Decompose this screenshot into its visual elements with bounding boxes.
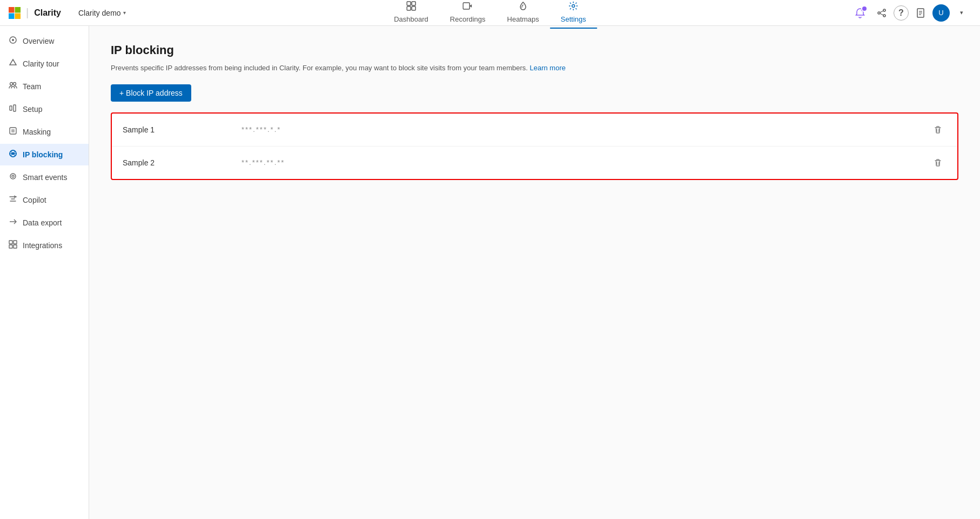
- project-selector[interactable]: Clarity demo ▾: [74, 6, 130, 19]
- settings-icon: [568, 1, 578, 13]
- avatar-label: U: [938, 9, 943, 17]
- tab-recordings[interactable]: Recordings: [439, 0, 496, 29]
- sidebar-item-ip-blocking[interactable]: IP blocking: [0, 144, 89, 165]
- brand: | Clarity: [9, 6, 61, 19]
- tab-settings-label: Settings: [561, 15, 586, 23]
- sidebar-item-setup[interactable]: Setup: [0, 98, 89, 120]
- sidebar-item-copilot-label: Copilot: [23, 196, 46, 204]
- sidebar-item-masking[interactable]: Masking: [0, 121, 89, 143]
- ip-table: Sample 1 ***.***.*.* Sample 2 **.***.**.…: [111, 112, 958, 180]
- table-row: Sample 2 **.***.**.**: [112, 147, 957, 179]
- svg-point-23: [10, 83, 13, 85]
- sidebar-item-copilot[interactable]: Copilot: [0, 189, 89, 211]
- project-name: Clarity demo: [78, 9, 121, 17]
- app-layout: Overview Clarity tour Team Setup Masking: [0, 26, 980, 519]
- nav-tabs: Dashboard Recordings Heatmaps: [383, 0, 597, 29]
- learn-more-link[interactable]: Learn more: [530, 64, 566, 72]
- top-right-actions: ? U ▾: [850, 3, 971, 23]
- svg-rect-26: [14, 105, 16, 111]
- svg-rect-5: [412, 2, 415, 5]
- share-button[interactable]: [872, 3, 891, 23]
- svg-rect-1: [15, 7, 21, 12]
- svg-point-24: [14, 83, 16, 85]
- svg-rect-0: [9, 7, 14, 12]
- page-title: IP blocking: [111, 43, 958, 57]
- help-button[interactable]: ?: [894, 5, 909, 21]
- sidebar-item-smart-events[interactable]: Smart events: [0, 167, 89, 188]
- sidebar-item-masking-label: Masking: [23, 128, 51, 136]
- svg-point-11: [861, 8, 864, 11]
- ip-entry-address-2: **.***.**.**: [241, 158, 929, 167]
- main-content: IP blocking Prevents specific IP address…: [89, 26, 980, 519]
- svg-rect-25: [10, 106, 12, 110]
- top-nav: | Clarity Clarity demo ▾ Dashboard: [0, 0, 980, 26]
- tab-heatmaps[interactable]: Heatmaps: [496, 0, 550, 29]
- team-icon: [9, 81, 17, 92]
- microsoft-logo-icon: [9, 7, 21, 19]
- svg-rect-38: [9, 245, 12, 248]
- sidebar-item-team-label: Team: [23, 82, 41, 91]
- delete-button-1[interactable]: [929, 121, 947, 138]
- svg-rect-36: [9, 241, 12, 244]
- heatmaps-icon: [518, 1, 528, 13]
- svg-rect-37: [14, 241, 17, 244]
- notification-button[interactable]: [850, 3, 870, 23]
- tab-settings[interactable]: Settings: [550, 0, 597, 29]
- sidebar-item-data-export-label: Data export: [23, 218, 62, 227]
- page-description: Prevents specific IP addresses from bein…: [111, 63, 958, 74]
- avatar-button[interactable]: U: [932, 4, 950, 22]
- sidebar-item-clarity-tour[interactable]: Clarity tour: [0, 53, 89, 75]
- svg-rect-3: [15, 13, 21, 18]
- integrations-icon: [9, 240, 17, 251]
- tab-dashboard[interactable]: Dashboard: [383, 0, 439, 29]
- ip-entry-name-1: Sample 1: [123, 125, 241, 134]
- svg-rect-2: [9, 13, 14, 18]
- data-export-icon: [9, 217, 17, 228]
- svg-line-16: [880, 14, 883, 15]
- sidebar: Overview Clarity tour Team Setup Masking: [0, 26, 89, 519]
- recordings-icon: [463, 1, 473, 13]
- tab-heatmaps-label: Heatmaps: [507, 15, 539, 23]
- svg-point-13: [878, 12, 880, 14]
- setup-icon: [9, 104, 17, 115]
- svg-rect-39: [14, 245, 17, 248]
- copilot-icon: [9, 195, 17, 205]
- sidebar-item-data-export[interactable]: Data export: [0, 212, 89, 234]
- description-text: Prevents specific IP addresses from bein…: [111, 64, 528, 72]
- smart-events-icon: [9, 172, 17, 183]
- sidebar-item-setup-label: Setup: [23, 105, 43, 114]
- sidebar-item-integrations-label: Integrations: [23, 241, 62, 250]
- svg-rect-28: [11, 129, 15, 132]
- masking-icon: [9, 127, 17, 137]
- block-ip-address-button[interactable]: + Block IP address: [111, 84, 191, 102]
- account-chevron[interactable]: ▾: [952, 3, 971, 23]
- tab-dashboard-label: Dashboard: [394, 15, 428, 23]
- chevron-down-icon: ▾: [123, 10, 126, 16]
- brand-divider: |: [26, 6, 29, 19]
- clarity-tour-icon: [9, 58, 17, 69]
- sidebar-item-integrations[interactable]: Integrations: [0, 235, 89, 256]
- svg-rect-8: [464, 3, 470, 9]
- sidebar-item-team[interactable]: Team: [0, 76, 89, 97]
- sidebar-item-overview[interactable]: Overview: [0, 30, 89, 52]
- ip-entry-name-2: Sample 2: [123, 158, 241, 167]
- svg-point-12: [883, 9, 885, 11]
- sidebar-item-clarity-tour-label: Clarity tour: [23, 59, 59, 68]
- overview-icon: [9, 36, 17, 46]
- svg-point-34: [12, 175, 14, 177]
- delete-button-2[interactable]: [929, 154, 947, 171]
- svg-rect-6: [407, 6, 411, 10]
- brand-clarity-label: Clarity: [34, 8, 61, 18]
- svg-line-15: [880, 11, 883, 12]
- svg-point-33: [10, 174, 16, 179]
- ip-entry-address-1: ***.***.*.*: [241, 125, 929, 134]
- svg-point-22: [12, 39, 14, 41]
- sidebar-item-overview-label: Overview: [23, 37, 54, 45]
- chevron-down-icon: ▾: [960, 9, 963, 16]
- svg-rect-4: [407, 2, 411, 5]
- ip-blocking-icon: [9, 149, 17, 160]
- document-button[interactable]: [911, 3, 930, 23]
- sidebar-item-ip-blocking-label: IP blocking: [23, 150, 63, 159]
- svg-rect-7: [412, 6, 415, 10]
- svg-point-14: [883, 15, 885, 17]
